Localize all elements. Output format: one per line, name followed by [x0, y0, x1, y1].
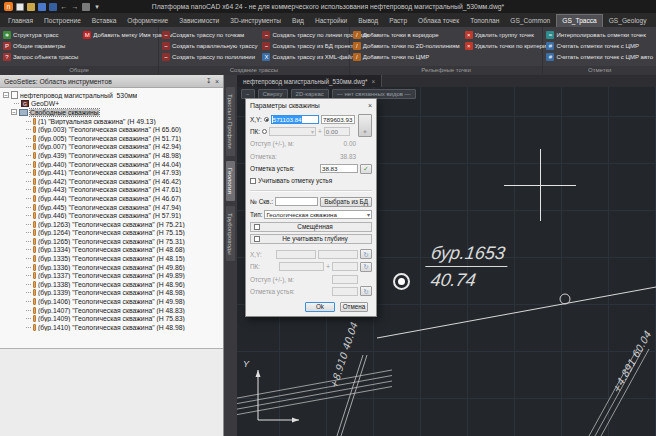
offset2-input[interactable]	[332, 275, 358, 284]
well-tree-item[interactable]: (бур.1263) "Геологическая скважина" (H 7…	[0, 220, 223, 229]
refresh-mouth-button[interactable]: ↻	[360, 286, 372, 296]
use-mouth-checkbox[interactable]	[250, 178, 256, 184]
ribbon-tab[interactable]: Главная	[3, 15, 38, 27]
ribbon-tab[interactable]: Топоплан	[465, 15, 504, 27]
save-icon[interactable]	[38, 3, 46, 11]
ribbon-item[interactable]: Считать отметки точек с ЦМР	[546, 40, 653, 51]
ribbon-item[interactable]: Интерполировать отметки точек	[546, 29, 653, 40]
well-tree-item[interactable]: (бур.1410) "Геологическая скважина" (H 4…	[0, 323, 223, 332]
shifted-checkbox[interactable]	[254, 224, 260, 230]
ribbon-item[interactable]: Удалить точки по критериям	[465, 40, 554, 51]
well-tree-item[interactable]: (1) "Виртуальная скважина" (H 49.13)	[0, 117, 223, 126]
pick-on-screen-button[interactable]: ⌖	[358, 114, 372, 137]
document-close-icon[interactable]: ×	[371, 78, 375, 85]
ribbon-item[interactable]: Структура трасс	[3, 29, 78, 40]
no-depth-option[interactable]: Не учитывать глубину	[250, 234, 372, 244]
refresh-pk-button[interactable]: ↻	[360, 262, 372, 272]
nanocad-logo[interactable]: n	[4, 2, 13, 11]
pk2-offset-input[interactable]	[332, 262, 358, 271]
well-tree-item[interactable]: (бур.1407) "Геологическая скважина" (H 4…	[0, 306, 223, 315]
ribbon-item[interactable]: Создать параллельную трассу	[162, 40, 257, 51]
palette-side-tab[interactable]: Трассы и Профили	[226, 87, 235, 156]
well-number-input[interactable]	[275, 197, 318, 206]
ok-button[interactable]: Ok	[305, 302, 335, 312]
ribbon-tab[interactable]: GS_Common	[505, 15, 555, 27]
pin-icon[interactable]: ↧	[206, 77, 212, 85]
well-tree-item[interactable]: (бур.1406) "Геологическая скважина" (H 4…	[0, 297, 223, 306]
well-tree-item[interactable]: (бур.1409) "Геологическая скважина" (H 7…	[0, 314, 223, 323]
well-tree-item[interactable]: (бур.439) "Геологическая скважина" (H 48…	[0, 151, 223, 160]
dialog-close-icon[interactable]: ×	[368, 102, 372, 109]
ribbon-tab[interactable]: GS_Geology	[604, 15, 652, 27]
well-tree-item[interactable]: (бур.445) "Геологическая скважина" (H 47…	[0, 203, 223, 212]
print-icon[interactable]	[82, 3, 90, 11]
ribbon-tab[interactable]: Облака точек	[413, 15, 464, 27]
ribbon-item[interactable]: Создать трассу по полилинии	[162, 51, 257, 62]
ribbon-tab[interactable]: Построение	[39, 15, 86, 27]
tree-geodw-row[interactable]: G GeoDW+	[0, 100, 223, 109]
open-file-icon[interactable]	[27, 3, 35, 11]
save-all-icon[interactable]	[49, 3, 57, 11]
ribbon-tab[interactable]: Настройки	[310, 15, 352, 27]
well-tree-item[interactable]: (бур.446) "Геологическая скважина" (H 57…	[0, 211, 223, 220]
well-tree-item[interactable]: (бур.003) "Геологическая скважина" (H 65…	[0, 125, 223, 134]
well-tree-item[interactable]: (бур.444) "Геологическая скважина" (H 46…	[0, 194, 223, 203]
well-tree-item[interactable]: (бур.1338) "Геологическая скважина" (H 4…	[0, 280, 223, 289]
well-tree-item[interactable]: (бур.1264) "Геологическая скважина" (H 7…	[0, 229, 223, 238]
ribbon-item[interactable]: Добавить точки по ЦМР	[353, 51, 460, 62]
well-tree-item[interactable]: (бур.1337) "Геологическая скважина" (H 4…	[0, 271, 223, 280]
cancel-button[interactable]: Отмена	[340, 302, 368, 312]
ribbon-tab[interactable]: Оформление	[122, 15, 173, 27]
y-input[interactable]: 789603.93	[321, 115, 355, 124]
borehole-symbol[interactable]	[393, 273, 410, 290]
mouth2-input[interactable]	[332, 287, 358, 296]
ribbon-tab[interactable]: Вид	[287, 15, 309, 27]
mouth-mark-input[interactable]: 38.83	[320, 164, 358, 173]
pk-offset-input[interactable]: 0.00	[324, 127, 350, 136]
well-tree-item[interactable]: (бур.1336) "Геологическая скважина" (H 4…	[0, 263, 223, 272]
x2-input[interactable]	[276, 250, 316, 259]
close-icon[interactable]: ×	[215, 78, 219, 85]
pick-from-db-button[interactable]: Выбрать из БД	[320, 197, 372, 207]
tree-root-row[interactable]: − нефтепровод магистральный_530мм	[0, 91, 223, 100]
qat-menu-icon[interactable]: ▾	[93, 3, 101, 11]
tree-folder-row[interactable]: − Свободные скважины	[0, 108, 223, 117]
model-space[interactable]: −Сверху2D-каркас— нет связанных видов —	[237, 87, 656, 436]
collapse-icon[interactable]: −	[11, 109, 17, 115]
y2-input[interactable]	[318, 250, 358, 259]
well-tree-item[interactable]: (бур.440) "Геологическая скважина" (H 44…	[0, 160, 223, 169]
well-tree-item[interactable]: (бур.1339) "Геологическая скважина" (H 4…	[0, 289, 223, 298]
pk-radio[interactable]	[262, 129, 267, 134]
well-tree-item[interactable]: (бур.005) "Геологическая скважина" (H 51…	[0, 134, 223, 143]
well-tree-item[interactable]: (бур.1265) "Геологическая скважина" (H 7…	[0, 237, 223, 246]
type-select[interactable]: Геологическая скважина	[264, 210, 372, 219]
well-tree-item[interactable]: (бур.1334) "Геологическая скважина" (H 4…	[0, 246, 223, 255]
well-tree-item[interactable]: (бур.443) "Геологическая скважина" (H 47…	[0, 186, 223, 195]
ribbon-tab[interactable]: Вывод	[353, 15, 383, 27]
ribbon-item[interactable]: Общие параметры	[3, 40, 78, 51]
x-input[interactable]: 571103.84	[271, 115, 319, 124]
ribbon-item[interactable]: Удалить группу точек	[465, 29, 554, 40]
new-file-icon[interactable]	[16, 3, 24, 11]
collapse-icon[interactable]: −	[3, 92, 9, 98]
shifted-option[interactable]: Смещённая	[250, 222, 372, 232]
palette-side-tab[interactable]: Геология	[226, 161, 235, 201]
dialog-title-bar[interactable]: Параметры скважины ×	[246, 99, 376, 111]
ribbon-item[interactable]: Добавить точки по 2D-полилиниям	[353, 40, 460, 51]
well-tree-item[interactable]: (бур.442) "Геологическая скважина" (H 46…	[0, 177, 223, 186]
ribbon-tab[interactable]: Растр	[384, 15, 412, 27]
ribbon-item[interactable]: Запрос объекта трассы	[3, 51, 78, 62]
back-icon[interactable]: ←	[60, 3, 68, 11]
ribbon-tab[interactable]: GS_Трасса	[556, 14, 602, 27]
ribbon-item[interactable]: Считать отметки точек с ЦМР авто	[546, 51, 653, 62]
xy-radio[interactable]	[264, 117, 269, 122]
palette-side-tab[interactable]: Трубопроводы	[226, 206, 235, 262]
no-depth-checkbox[interactable]	[254, 236, 260, 242]
ribbon-item[interactable]: Создать трассу по точкам	[162, 29, 257, 40]
ribbon-tab[interactable]: 3D-инструменты	[225, 15, 286, 27]
ribbon-item[interactable]: Добавить точки в коридоре	[353, 29, 460, 40]
forward-icon[interactable]: →	[71, 3, 79, 11]
well-tree-item[interactable]: (бур.441) "Геологическая скважина" (H 47…	[0, 168, 223, 177]
pk2-input[interactable]	[279, 262, 324, 271]
ribbon-tab[interactable]: Зависимости	[174, 15, 224, 27]
